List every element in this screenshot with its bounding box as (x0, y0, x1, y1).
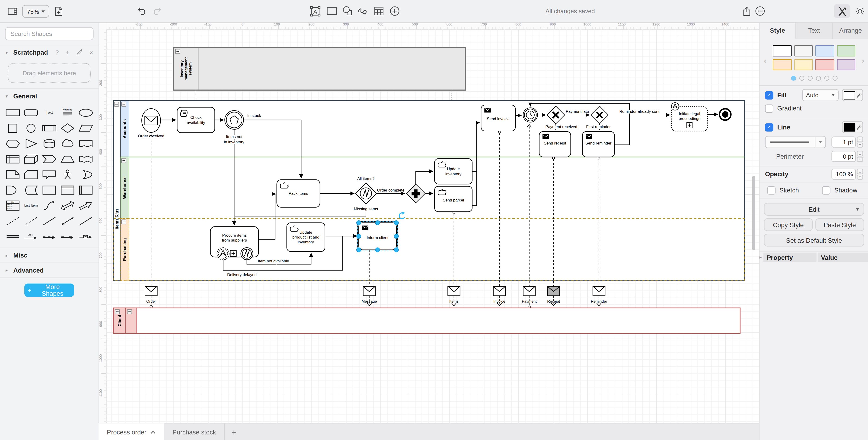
presets-prev-icon[interactable]: ‹ (764, 56, 766, 65)
tab-text[interactable]: Text (796, 22, 833, 39)
style-preset-3[interactable] (837, 45, 855, 57)
scratchpad-dropzone[interactable]: Drag elements here (8, 63, 91, 83)
palette-shape-ellipse[interactable] (77, 105, 95, 121)
preset-page-dot-5[interactable] (832, 76, 837, 80)
collapse-button[interactable] (122, 102, 126, 106)
palette-shape-text[interactable]: Text (40, 105, 58, 121)
more-options-icon[interactable] (753, 4, 767, 18)
boundary-error-event[interactable] (241, 247, 253, 260)
pool-inventory-management-system[interactable]: Inventorymanagementsystem (173, 47, 466, 90)
table-tool-icon[interactable] (372, 4, 385, 18)
collapse-button[interactable] (176, 49, 180, 54)
palette-shape-dashed-line[interactable] (3, 213, 22, 229)
start-event-order-received[interactable] (142, 109, 160, 132)
gradient-checkbox[interactable] (765, 104, 773, 112)
task-procure-items[interactable] (210, 227, 258, 260)
palette-shape-connector-2-labels[interactable] (58, 229, 77, 244)
insert-plus-icon[interactable] (388, 4, 401, 18)
palette-shape-connector-3-labels[interactable] (40, 229, 58, 244)
style-preset-2[interactable] (815, 45, 834, 57)
palette-shape-callout[interactable] (40, 167, 58, 182)
collapse-button[interactable] (127, 310, 132, 314)
add-page-tab-icon[interactable]: + (225, 423, 243, 440)
sketch-style-toggle-icon[interactable] (834, 4, 850, 18)
style-preset-5[interactable] (794, 59, 813, 70)
scratchpad-section-header[interactable]: ▾ Scratchpad ? + × (0, 45, 98, 60)
preset-page-dot-4[interactable] (824, 76, 829, 80)
shapes-tool-icon[interactable] (340, 4, 353, 18)
palette-shape-circle[interactable] (22, 121, 40, 136)
more-shapes-button[interactable]: + More Shapes (24, 283, 74, 297)
palette-shape-connector-with-label[interactable]: Label (22, 229, 40, 244)
freehand-tool-icon[interactable] (356, 4, 369, 18)
palette-shape-dotted-line[interactable] (22, 213, 40, 229)
palette-shape-diamond[interactable] (58, 121, 77, 136)
fill-checkbox[interactable]: ✓ (765, 91, 773, 99)
copy-style-button[interactable]: Copy Style (764, 218, 813, 231)
palette-shape-cylinder[interactable] (40, 136, 58, 151)
palette-shape-card[interactable] (22, 167, 40, 182)
style-preset-7[interactable] (837, 59, 855, 70)
palette-shape-list[interactable]: ListItem 1Item 2Item 3 (3, 198, 22, 213)
theme-light-icon[interactable] (853, 4, 866, 18)
palette-shape-parallelogram[interactable] (77, 121, 95, 136)
palette-shape-square[interactable] (3, 121, 22, 136)
palette-shape-and[interactable] (3, 182, 22, 198)
end-event[interactable] (719, 109, 731, 120)
edit-scratchpad-icon[interactable] (77, 49, 82, 56)
palette-shape-heading[interactable]: Heading (58, 105, 77, 121)
palette-shape-rectangle[interactable] (3, 105, 22, 121)
boundary-escalation-event[interactable] (217, 247, 229, 260)
style-preset-4[interactable] (773, 59, 791, 70)
page-tab-process-order[interactable]: Process order (98, 423, 164, 440)
line-style-select[interactable] (765, 136, 826, 148)
tab-style[interactable]: Style (760, 22, 796, 39)
paste-style-button[interactable]: Paste Style (815, 218, 864, 231)
palette-shape-internal-storage[interactable] (3, 151, 22, 167)
undo-icon[interactable] (135, 4, 149, 18)
style-preset-0[interactable] (773, 45, 791, 57)
close-scratchpad-icon[interactable]: × (90, 49, 93, 56)
tab-arrange[interactable]: Arrange (833, 22, 868, 39)
palette-shape-or[interactable] (77, 167, 95, 182)
zoom-dropdown[interactable]: 75% (22, 5, 50, 18)
timer-event[interactable] (523, 108, 537, 122)
preset-page-dot-3[interactable] (816, 76, 820, 80)
palette-shape-link[interactable] (3, 229, 22, 244)
chevron-right-icon[interactable]: ▸ (760, 255, 764, 260)
presets-next-icon[interactable]: › (862, 56, 864, 65)
set-default-style-button[interactable]: Set as Default Style (764, 234, 864, 247)
palette-shape-tape[interactable] (77, 151, 95, 167)
palette-shape-horizontal-container[interactable] (77, 182, 95, 198)
misc-section-header[interactable]: ▸ Misc (0, 248, 98, 263)
opacity-stepper[interactable]: ▴▾ (857, 169, 863, 180)
perimeter-input[interactable]: 0 pt (831, 151, 856, 162)
line-checkbox[interactable]: ✓ (765, 123, 773, 131)
palette-shape-line[interactable] (40, 213, 58, 229)
general-section-header[interactable]: ▾ General (0, 89, 98, 103)
redo-icon[interactable] (150, 4, 163, 18)
palette-shape-step[interactable] (40, 151, 58, 167)
advanced-section-header[interactable]: ▸ Advanced (0, 263, 98, 277)
line-width-stepper[interactable]: ▴▾ (857, 137, 863, 148)
pool-client[interactable]: Client (113, 308, 740, 334)
palette-shape-bidirectional-arrow[interactable] (58, 198, 77, 213)
line-color-button[interactable] (842, 121, 863, 133)
collapse-button[interactable] (122, 220, 126, 224)
add-to-scratchpad-icon[interactable]: + (66, 49, 69, 56)
palette-shape-connector-with-symbol[interactable] (77, 229, 95, 244)
palette-shape-vertical-container[interactable] (58, 182, 77, 198)
line-width-input[interactable]: 1 pt (831, 137, 856, 148)
search-input[interactable] (9, 30, 90, 37)
share-icon[interactable] (740, 4, 753, 18)
preset-page-dot-2[interactable] (807, 76, 812, 80)
palette-shape-actor[interactable] (58, 167, 77, 182)
palette-shape-hexagon[interactable] (3, 136, 22, 151)
collapse-button[interactable] (115, 310, 120, 314)
palette-shape-container[interactable] (40, 182, 58, 198)
palette-shape-directional-connector[interactable] (77, 213, 95, 229)
shadow-checkbox[interactable] (822, 186, 831, 194)
palette-shape-rounded-rectangle[interactable] (22, 105, 40, 121)
sketch-checkbox[interactable] (767, 186, 775, 194)
palette-shape-note[interactable] (3, 167, 22, 182)
